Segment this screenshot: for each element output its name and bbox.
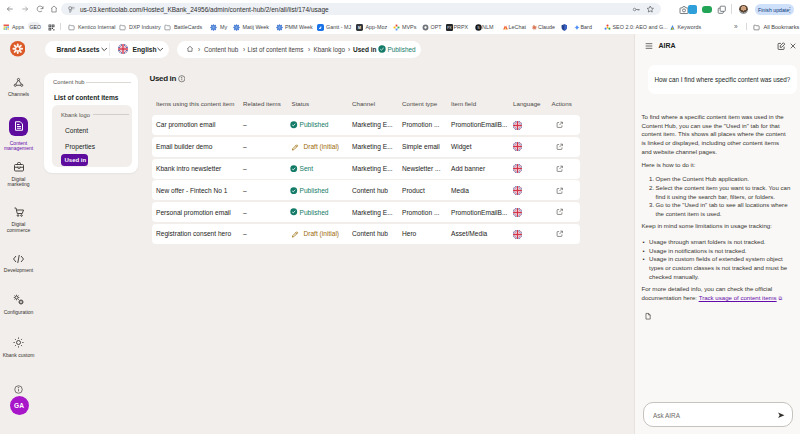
svg-text:M: M — [358, 25, 361, 29]
svg-text:N: N — [477, 25, 479, 29]
